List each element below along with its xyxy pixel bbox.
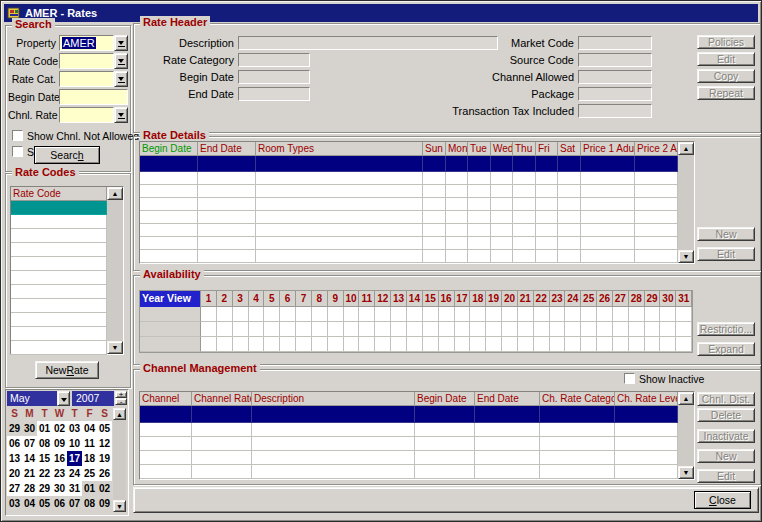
edit-button[interactable]: Edit [697, 247, 755, 261]
begin-date-input[interactable] [59, 89, 128, 105]
calendar-day[interactable]: 02 [97, 481, 112, 496]
scroll-up-icon[interactable]: ▲ [107, 187, 123, 200]
calendar-day[interactable]: 03 [7, 496, 22, 511]
rate-code-row[interactable] [11, 341, 107, 355]
calendar-day[interactable]: 08 [37, 436, 52, 451]
table-row[interactable] [140, 437, 678, 451]
calendar-day[interactable]: 21 [22, 466, 37, 481]
inactivate-button[interactable]: Inactivate [697, 429, 755, 443]
calendar-day[interactable]: 09 [97, 496, 112, 511]
calendar-month-select[interactable]: May [7, 391, 57, 406]
calendar-day[interactable]: 10 [67, 436, 82, 451]
calendar-day[interactable]: 26 [97, 466, 112, 481]
calendar-day[interactable]: 04 [22, 496, 37, 511]
rate-code-row[interactable] [11, 243, 107, 257]
new-button[interactable]: New [697, 227, 755, 241]
expand-button[interactable]: Expand [697, 342, 755, 356]
package-field[interactable] [578, 87, 652, 101]
rate-code-row[interactable] [11, 229, 107, 243]
table-row[interactable] [140, 465, 678, 479]
calendar-day[interactable]: 27 [7, 481, 22, 496]
show-inactive-checkbox[interactable] [12, 146, 23, 157]
rate-code-row[interactable] [11, 285, 107, 299]
market-code-field[interactable] [578, 36, 652, 50]
year-decrement-button[interactable]: - [115, 398, 127, 405]
rate-code-row[interactable] [11, 299, 107, 313]
show-inactive-checkbox-row[interactable]: Show Inactive [624, 372, 704, 385]
calendar-day[interactable]: 14 [22, 451, 37, 466]
calendar-year-field[interactable]: 2007 [72, 391, 114, 406]
calendar-day[interactable]: 13 [7, 451, 22, 466]
repeat-button[interactable]: Repeat [697, 86, 755, 100]
table-row[interactable] [140, 211, 678, 224]
table-row[interactable] [140, 237, 678, 250]
search-button[interactable]: Search [34, 146, 100, 164]
calendar-day[interactable]: 07 [22, 436, 37, 451]
chnl-dist-button[interactable]: Chnl. Dist. [697, 392, 755, 406]
table-row[interactable] [140, 198, 678, 211]
rate-details-scrollbar[interactable]: ▲ ▼ [678, 142, 694, 263]
titlebar[interactable]: AMER - Rates [4, 4, 758, 22]
close-button[interactable]: Close [694, 491, 751, 509]
calendar-month-dropdown-button[interactable] [57, 391, 70, 406]
edit-button[interactable]: Edit [697, 52, 755, 66]
rate-cat-lov-button[interactable] [114, 71, 128, 87]
calendar-day[interactable]: 03 [67, 421, 82, 436]
edit-button[interactable]: Edit [697, 469, 755, 483]
rate-code-row[interactable] [11, 215, 107, 229]
calendar-day[interactable]: 12 [97, 436, 112, 451]
calendar-day[interactable]: 29 [37, 481, 52, 496]
new-button[interactable]: New [697, 449, 755, 463]
calendar-day[interactable]: 28 [22, 481, 37, 496]
channel-management-scrollbar[interactable]: ▲ ▼ [678, 392, 694, 479]
table-row[interactable] [140, 156, 678, 172]
restrictio-button[interactable]: Restrictio... [697, 322, 755, 336]
chnl-rate-input[interactable] [59, 107, 114, 123]
availability-row[interactable] [140, 322, 692, 337]
show-chnl-not-allowed-checkbox[interactable] [12, 130, 23, 141]
calendar-day[interactable]: 04 [82, 421, 97, 436]
rate-code-row[interactable] [11, 271, 107, 285]
calendar-day[interactable]: 09 [52, 436, 67, 451]
scroll-down-icon[interactable]: ▼ [107, 341, 123, 354]
availability-row[interactable] [140, 337, 692, 352]
calendar-day[interactable]: 19 [97, 451, 112, 466]
calendar-day[interactable]: 07 [67, 496, 82, 511]
table-row[interactable] [140, 224, 678, 237]
delete-button[interactable]: Delete [697, 408, 755, 422]
calendar-day[interactable]: 01 [82, 481, 97, 496]
rate-code-row[interactable] [11, 201, 107, 215]
calendar-day[interactable]: 24 [67, 466, 82, 481]
new-rate-button[interactable]: New Rate [35, 361, 99, 379]
calendar-day[interactable]: 05 [97, 421, 112, 436]
table-row[interactable] [140, 451, 678, 465]
copy-button[interactable]: Copy [697, 69, 755, 83]
calendar-day[interactable]: 06 [7, 436, 22, 451]
table-row[interactable] [140, 423, 678, 437]
calendar-day[interactable]: 30 [22, 421, 37, 436]
calendar-day[interactable]: 22 [37, 466, 52, 481]
rate-code-row[interactable] [11, 257, 107, 271]
rate-code-input[interactable] [59, 53, 114, 69]
property-lov-button[interactable] [114, 35, 128, 51]
calendar-day[interactable]: 08 [82, 496, 97, 511]
rate-code-row[interactable] [11, 313, 107, 327]
transaction-tax-included-field[interactable] [578, 104, 652, 118]
scroll-up-icon[interactable]: ▲ [678, 142, 694, 155]
policies-button[interactable]: Policies [697, 35, 755, 49]
scroll-down-icon[interactable]: ▼ [113, 500, 126, 512]
calendar-day[interactable]: 18 [82, 451, 97, 466]
source-code-field[interactable] [578, 53, 652, 67]
calendar-scrollbar[interactable]: ▲ ▼ [113, 408, 126, 512]
availability-row[interactable] [140, 307, 692, 322]
calendar-day[interactable]: 30 [52, 481, 67, 496]
scroll-up-icon[interactable]: ▲ [113, 408, 126, 420]
chnl-rate-lov-button[interactable] [114, 107, 128, 123]
calendar-day[interactable]: 25 [82, 466, 97, 481]
calendar-day[interactable]: 05 [37, 496, 52, 511]
scroll-down-icon[interactable]: ▼ [678, 466, 694, 479]
calendar-day[interactable]: 02 [52, 421, 67, 436]
table-row[interactable] [140, 406, 678, 423]
rate-codes-scrollbar[interactable]: ▲ ▼ [107, 187, 123, 354]
calendar-day[interactable]: 23 [52, 466, 67, 481]
